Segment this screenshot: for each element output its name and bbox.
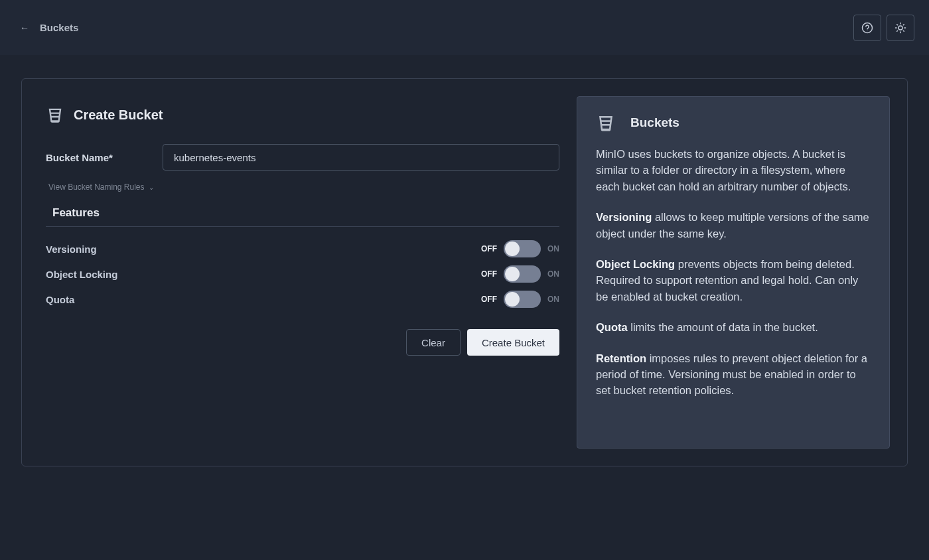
bucket-name-label: Bucket Name*	[46, 152, 163, 163]
bucket-icon	[46, 105, 64, 124]
toggle-group: OFF ON	[481, 265, 559, 283]
feature-object-locking: Object Locking OFF ON	[46, 261, 559, 287]
naming-rules-label: View Bucket Naming Rules	[48, 182, 145, 192]
help-icon	[861, 22, 873, 34]
help-button[interactable]	[853, 15, 881, 41]
sun-icon	[894, 22, 906, 34]
button-row: Clear Create Bucket	[46, 329, 559, 356]
toggle-group: OFF ON	[481, 291, 559, 308]
versioning-toggle[interactable]	[504, 240, 541, 257]
toggle-on-label: ON	[547, 295, 559, 304]
info-title-text: Buckets	[630, 113, 679, 132]
chevron-down-icon: ⌄	[149, 184, 154, 191]
toggle-off-label: OFF	[481, 244, 497, 253]
info-title: Buckets	[596, 113, 871, 133]
create-bucket-button[interactable]: Create Bucket	[467, 329, 559, 356]
theme-toggle-button[interactable]	[887, 15, 914, 41]
bucket-name-input[interactable]	[163, 144, 559, 171]
svg-point-0	[863, 23, 873, 33]
toggle-off-label: OFF	[481, 295, 497, 304]
feature-label: Quota	[46, 294, 74, 305]
info-locking-key: Object Locking	[596, 258, 675, 270]
arrow-left-icon: ←	[20, 23, 29, 33]
toggle-dot	[505, 267, 520, 281]
info-versioning-key: Versioning	[596, 211, 652, 223]
toggle-dot	[505, 292, 520, 307]
svg-point-1	[867, 30, 868, 31]
page-content: Create Bucket Bucket Name* View Bucket N…	[0, 55, 929, 490]
bucket-icon	[596, 113, 616, 133]
feature-versioning: Versioning OFF ON	[46, 236, 559, 261]
info-versioning: Versioning allows to keep multiple versi…	[596, 209, 871, 242]
topbar-actions	[853, 15, 914, 41]
bucket-name-field: Bucket Name*	[46, 144, 559, 171]
panel: Create Bucket Bucket Name* View Bucket N…	[21, 78, 908, 466]
svg-point-2	[898, 26, 902, 30]
toggle-on-label: ON	[547, 269, 559, 279]
form-column: Create Bucket Bucket Name* View Bucket N…	[22, 79, 577, 466]
features-heading: Features	[52, 206, 559, 220]
page-title: Create Bucket	[46, 105, 559, 124]
toggle-on-label: ON	[547, 244, 559, 253]
topbar: ← Buckets	[0, 0, 929, 55]
page-title-text: Create Bucket	[74, 107, 163, 123]
toggle-group: OFF ON	[481, 240, 559, 257]
toggle-dot	[505, 242, 520, 256]
info-quota: Quota limits the amount of data in the b…	[596, 319, 871, 335]
info-panel: Buckets MinIO uses buckets to organize o…	[577, 96, 890, 449]
info-retention-key: Retention	[596, 352, 646, 364]
back-link[interactable]: ← Buckets	[20, 22, 78, 33]
info-retention: Retention imposes rules to prevent objec…	[596, 350, 871, 399]
clear-button[interactable]: Clear	[406, 329, 461, 356]
feature-label: Versioning	[46, 244, 97, 255]
info-intro: MinIO uses buckets to organize objects. …	[596, 146, 871, 194]
object-locking-toggle[interactable]	[504, 265, 541, 283]
toggle-off-label: OFF	[481, 269, 497, 279]
back-label: Buckets	[40, 22, 78, 33]
info-quota-key: Quota	[596, 321, 628, 333]
info-locking: Object Locking prevents objects from bei…	[596, 256, 871, 305]
feature-label: Object Locking	[46, 269, 117, 280]
divider	[46, 226, 559, 227]
quota-toggle[interactable]	[504, 291, 541, 308]
feature-quota: Quota OFF ON	[46, 287, 559, 312]
info-quota-text: limits the amount of data in the bucket.	[628, 321, 818, 333]
naming-rules-toggle[interactable]: View Bucket Naming Rules ⌄	[48, 182, 154, 192]
